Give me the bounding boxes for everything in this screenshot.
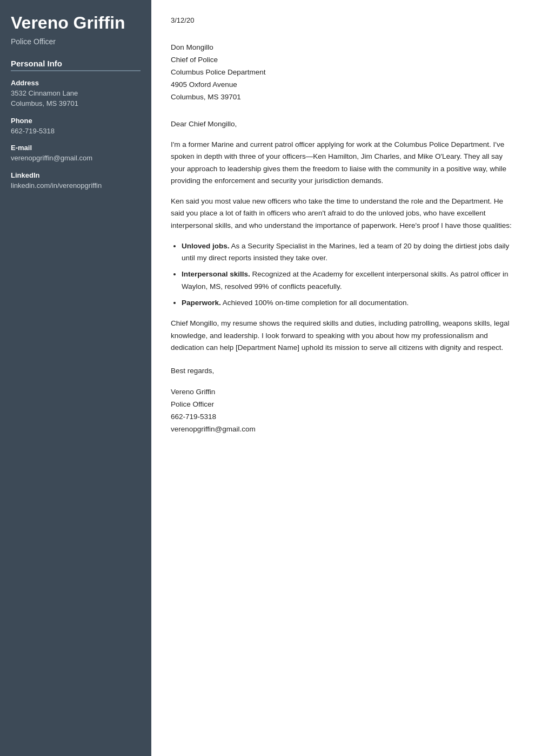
applicant-job-title: Police Officer [11,37,141,46]
recipient-address: 4905 Oxford Avenue [171,79,516,91]
bullet-paperwork: Paperwork. Achieved 100% on-time complet… [182,297,516,309]
recipient-department: Columbus Police Department [171,66,516,79]
email-value: verenopgriffin@gmail.com [11,153,141,164]
letter-closing-paragraph: Chief Mongillo, my resume shows the requ… [171,318,516,354]
letter-paragraph-2: Ken said you most value new officers who… [171,195,516,232]
linkedin-value: linkedin.com/in/verenopgriffin [11,180,141,191]
sidebar: Vereno Griffin Police Officer Personal I… [0,0,151,756]
recipient-block: Don Mongillo Chief of Police Columbus Po… [171,42,516,104]
email-label: E-mail [11,144,141,152]
address-label: Address [11,79,141,87]
letter-salutation: Dear Chief Mongillo, [171,118,516,130]
bullet-interpersonal-skills: Interpersonal skills. Recognized at the … [182,268,516,293]
personal-info-heading: Personal Info [11,59,141,71]
bullet-paperwork-text: Achieved 100% on-time completion for all… [221,299,409,307]
closing-block: Best regards, [171,364,516,377]
signature-name: Vereno Griffin [171,386,516,399]
letter-date: 3/12/20 [171,15,516,26]
linkedin-label: LinkedIn [11,171,141,179]
phone-value: 662-719-5318 [11,126,141,137]
signature-email: verenopgriffin@gmail.com [171,423,516,436]
bullet-paperwork-bold: Paperwork. [182,299,221,307]
address-line2: Columbus, MS 39701 [11,98,141,109]
closing-greeting: Best regards, [171,364,516,377]
signature-block: Vereno Griffin Police Officer 662-719-53… [171,386,516,436]
letter-body: I'm a former Marine and current patrol o… [171,139,516,354]
recipient-city-state-zip: Columbus, MS 39701 [171,91,516,104]
recipient-name: Don Mongillo [171,42,516,54]
bullet-unloved-jobs: Unloved jobs. As a Security Specialist i… [182,240,516,265]
applicant-name: Vereno Griffin [11,13,141,33]
signature-title: Police Officer [171,399,516,411]
letter-content: 3/12/20 Don Mongillo Chief of Police Col… [151,0,535,756]
bullet-list: Unloved jobs. As a Security Specialist i… [182,240,516,309]
address-line1: 3532 Cinnamon Lane [11,88,141,99]
letter-paragraph-1: I'm a former Marine and current patrol o… [171,139,516,187]
signature-phone: 662-719-5318 [171,411,516,423]
bullet-interpersonal-skills-bold: Interpersonal skills. [182,270,250,278]
bullet-unloved-jobs-bold: Unloved jobs. [182,242,230,250]
recipient-title: Chief of Police [171,54,516,66]
personal-info-block: Address 3532 Cinnamon Lane Columbus, MS … [11,79,141,191]
phone-label: Phone [11,117,141,125]
bullet-unloved-jobs-text: As a Security Specialist in the Marines,… [182,242,509,262]
